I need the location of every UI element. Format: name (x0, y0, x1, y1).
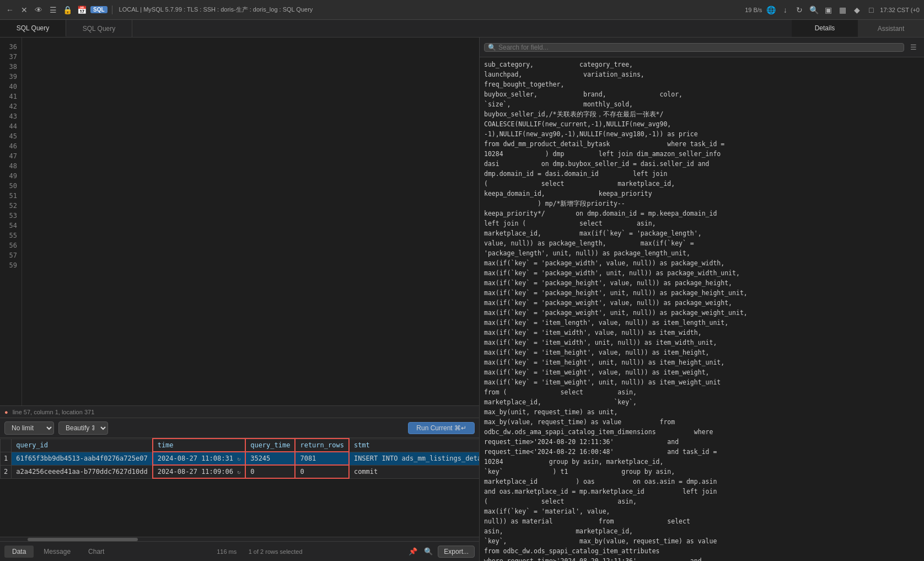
results-table: query_id time query_time return_rows stm… (0, 438, 479, 479)
pin-icon[interactable]: 📌 (407, 546, 419, 558)
info-bar: ● line 57, column 1, location 371 (0, 405, 479, 418)
separator (112, 6, 112, 14)
col-num (1, 439, 12, 452)
search-bottom-icon[interactable]: 🔍 (422, 546, 434, 558)
main-layout: 3637383940 4142434445 4647484950 5152535… (0, 38, 924, 561)
cell-time: 2024-08-27 11:08:31 ↻ (153, 452, 246, 465)
row-num: 2 (1, 465, 12, 478)
limit-select[interactable]: No limit (4, 421, 54, 435)
eye-icon[interactable]: 👁 (33, 4, 44, 15)
tab-spacer (132, 20, 792, 37)
tab-sql-query-2[interactable]: SQL Query (66, 20, 132, 37)
tab-data[interactable]: Data (4, 546, 34, 558)
query-controls: No limit Beautify ⌘I Run Current ⌘↵ (0, 418, 479, 437)
tab-assistant[interactable]: Assistant (858, 20, 924, 37)
beautify-select[interactable]: Beautify ⌘I (58, 421, 108, 435)
download-icon[interactable]: ↓ (780, 4, 791, 15)
connection-info: LOCAL | MySQL 5.7.99 : TLS : SSH : doris… (119, 6, 313, 14)
tab-details[interactable]: Details (792, 20, 858, 37)
col-query-time[interactable]: query_time (245, 439, 295, 452)
sidebar-icon[interactable]: ◆ (851, 4, 862, 15)
cell-stmt: INSERT INTO ads_mm_listings_detail selec… (349, 452, 479, 465)
sql-badge: SQL (90, 6, 108, 13)
cell-stmt: commit (349, 465, 479, 478)
scrollbar[interactable] (0, 537, 479, 541)
cell-time: 2024-08-27 11:09:06 ↻ (153, 465, 246, 478)
editor-area[interactable]: 3637383940 4142434445 4647484950 5152535… (0, 38, 479, 405)
cell-query-id: 61f65f3bb9db4513-aab4f0276a725e07 (12, 452, 153, 465)
bottom-actions: 📌 🔍 Export... (407, 546, 475, 558)
right-panel: 🔍 ☰ sub_category, category_tree, launchp… (480, 38, 924, 561)
tab-sql-query-1[interactable]: SQL Query (0, 20, 66, 37)
expand-icon[interactable]: □ (866, 4, 877, 15)
col-return-rows[interactable]: return_rows (295, 439, 348, 452)
search-input[interactable] (498, 44, 900, 51)
right-content[interactable]: sub_category, category_tree, launchpad, … (480, 57, 924, 561)
row-num: 1 (1, 452, 12, 465)
cell-query-time: 35245 (245, 452, 295, 465)
col-stmt: stmt (349, 439, 479, 452)
search-input-wrap[interactable]: 🔍 (484, 43, 904, 52)
search-icon[interactable]: 🔍 (808, 4, 819, 15)
bottom-timing: 116 ms 1 of 2 rows selected (114, 548, 405, 555)
error-indicator: ● (4, 409, 8, 415)
export-button[interactable]: Export... (438, 546, 475, 558)
col-query-id: query_id (12, 439, 153, 452)
tab-message[interactable]: Message (36, 546, 78, 558)
wifi-icon[interactable]: 🌐 (765, 4, 776, 15)
line-numbers: 3637383940 4142434445 4647484950 5152535… (0, 38, 22, 405)
lock-icon[interactable]: 🔒 (62, 4, 73, 15)
results-area[interactable]: query_id time query_time return_rows stm… (0, 437, 479, 537)
back-icon[interactable]: ← (4, 4, 15, 15)
cell-query-id: a2a4256ceeed41aa-b770ddc7627d10dd (12, 465, 153, 478)
network-speed: 19 B/s (745, 7, 762, 13)
toolbar: ← ✕ 👁 ☰ 🔒 📅 SQL LOCAL | MySQL 5.7.99 : T… (0, 0, 924, 20)
list-icon[interactable]: ☰ (47, 4, 58, 15)
search-icon: 🔍 (488, 44, 496, 51)
close-icon[interactable]: ✕ (19, 4, 30, 15)
tab-bar: SQL Query SQL Query Details Assistant (0, 20, 924, 38)
table-row[interactable]: 1 61f65f3bb9db4513-aab4f0276a725e07 2024… (1, 452, 480, 465)
col-time[interactable]: time (153, 439, 246, 452)
run-button[interactable]: Run Current ⌘↵ (408, 422, 475, 434)
cell-return-rows: 7081 (295, 452, 348, 465)
left-panel: 3637383940 4142434445 4647484950 5152535… (0, 38, 480, 561)
cell-query-time: 0 (245, 465, 295, 478)
filter-icon[interactable]: ☰ (907, 41, 920, 54)
bottom-bar: Data Message Chart 116 ms 1 of 2 rows se… (0, 541, 479, 561)
table-row[interactable]: 2 a2a4256ceeed41aa-b770ddc7627d10dd 2024… (1, 465, 480, 478)
refresh-icon[interactable]: ↻ (794, 4, 805, 15)
cell-return-rows: 0 (295, 465, 348, 478)
server-icon[interactable]: 📅 (76, 4, 87, 15)
time-display: 17:32 CST (+0 (880, 7, 920, 13)
tab-chart[interactable]: Chart (80, 546, 112, 558)
layout-icon[interactable]: ▣ (823, 4, 834, 15)
columns-icon[interactable]: ▦ (837, 4, 848, 15)
toolbar-right: 19 B/s 🌐 ↓ ↻ 🔍 ▣ ▦ ◆ □ 17:32 CST (+0 (745, 4, 920, 15)
error-info: line 57, column 1, location 371 (13, 409, 95, 415)
right-search-bar: 🔍 ☰ (480, 38, 924, 57)
code-editor[interactable]: SELECT * from audit_log WHERE user = 'do… (22, 38, 479, 405)
